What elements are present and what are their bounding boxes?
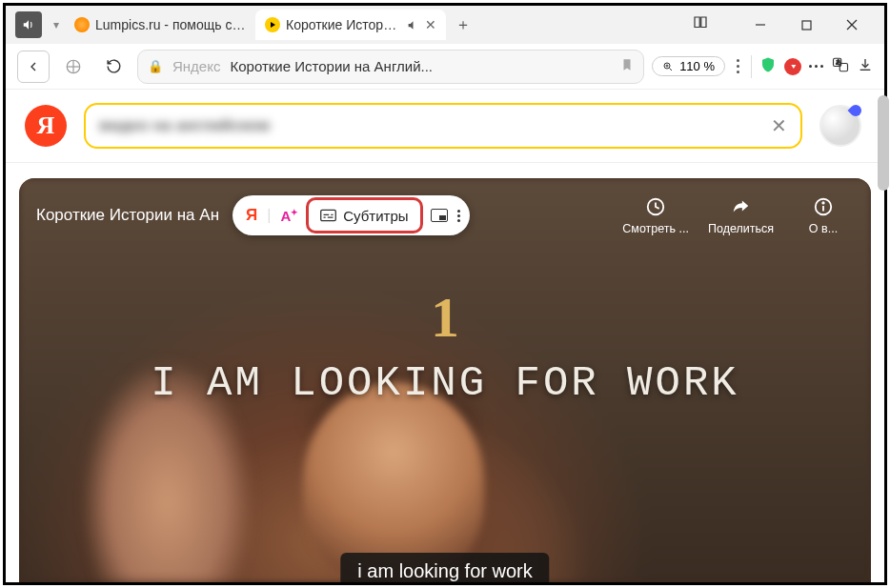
tab-sound-icon	[407, 19, 419, 31]
share-icon	[729, 195, 752, 218]
yandex-logo[interactable]: Я	[25, 105, 67, 147]
site-menu-button[interactable]	[733, 59, 743, 73]
action-label: Поделиться	[708, 222, 774, 235]
share-button[interactable]: Поделиться	[708, 195, 774, 235]
url-bar: 🔒 Яндекс Короткие Истории на Англий... 1…	[6, 44, 884, 90]
watch-later-button[interactable]: Смотреть ...	[622, 195, 689, 235]
bookmark-icon[interactable]	[620, 57, 634, 75]
yandex-video-toolbar: Я | A✦ Субтитры	[233, 195, 470, 235]
favicon-lumpics	[74, 17, 90, 32]
tab-audio-indicator[interactable]	[15, 11, 42, 38]
window-titlebar: ▾ Lumpics.ru - помощь с ком Короткие Ист…	[6, 6, 884, 44]
video-player[interactable]: Короткие Истории на Ан Я | A✦ Субтитры	[19, 178, 871, 582]
search-input[interactable]: видео на английском ✕	[84, 103, 802, 149]
video-toolbar-menu[interactable]	[457, 210, 460, 222]
svg-text:あ: あ	[836, 59, 841, 66]
user-avatar[interactable]	[819, 105, 861, 147]
page-scrollbar[interactable]	[878, 95, 889, 191]
video-text-overlay: I AM LOOKING FOR WORK	[151, 359, 739, 407]
more-menu-button[interactable]	[809, 65, 823, 68]
clock-icon	[645, 195, 666, 218]
tab-lumpics[interactable]: Lumpics.ru - помощь с ком	[65, 10, 255, 40]
action-label: Смотреть ...	[622, 222, 689, 235]
video-number-overlay: 1	[431, 285, 459, 351]
tab-label: Короткие Истории н	[286, 17, 401, 32]
tab-dropdown-chevron[interactable]: ▾	[48, 11, 65, 38]
reading-list-icon[interactable]	[692, 14, 709, 35]
adblock-icon[interactable]	[784, 58, 801, 75]
search-query-text: видео на английском	[99, 116, 270, 135]
home-button[interactable]	[57, 51, 90, 83]
minimize-button[interactable]	[743, 10, 778, 40]
zoom-indicator[interactable]: 110 %	[652, 56, 725, 76]
site-label: Яндекс	[172, 58, 220, 74]
zoom-value: 110 %	[679, 59, 715, 73]
subtitles-label: Субтитры	[343, 208, 408, 224]
tab-close-button[interactable]: ✕	[425, 17, 436, 32]
back-button[interactable]	[17, 51, 50, 83]
page-title: Короткие Истории на Англий...	[230, 58, 611, 74]
subtitles-button[interactable]: Субтитры	[306, 197, 422, 233]
translate-icon[interactable]: あ	[831, 56, 850, 77]
downloads-button[interactable]	[858, 57, 873, 76]
yandex-y-icon[interactable]: Я	[246, 206, 257, 225]
tab-label: Lumpics.ru - помощь с ком	[95, 17, 246, 32]
svg-rect-1	[802, 21, 811, 30]
new-tab-button[interactable]: ＋	[452, 13, 475, 36]
svg-line-8	[670, 68, 673, 71]
tab-stories[interactable]: Короткие Истории н ✕	[255, 10, 446, 40]
content-area: Короткие Истории на Ан Я | A✦ Субтитры	[6, 163, 884, 582]
pip-icon[interactable]	[431, 209, 448, 222]
subtitle-caption: i am looking for work	[340, 553, 549, 582]
maximize-button[interactable]	[789, 10, 823, 40]
subtitles-icon	[320, 209, 336, 222]
video-title: Короткие Истории на Ан	[36, 206, 219, 225]
close-window-button[interactable]	[835, 10, 869, 40]
svg-rect-16	[321, 210, 336, 220]
protect-shield-icon[interactable]	[759, 56, 777, 77]
about-button[interactable]: О в...	[793, 195, 854, 235]
address-field[interactable]: 🔒 Яндекс Короткие Истории на Англий...	[137, 50, 644, 84]
info-icon	[813, 195, 834, 218]
video-topbar: Короткие Истории на Ан Я | A✦ Субтитры	[36, 195, 854, 235]
svg-point-24	[822, 202, 823, 203]
reload-button[interactable]	[97, 51, 130, 83]
lock-icon: 🔒	[148, 59, 163, 73]
yandex-search-row: Я видео на английском ✕	[6, 90, 884, 163]
translate-toggle-icon[interactable]: A✦	[280, 208, 298, 224]
action-label: О в...	[809, 222, 838, 235]
clear-search-button[interactable]: ✕	[771, 114, 787, 137]
favicon-stories	[265, 17, 280, 32]
